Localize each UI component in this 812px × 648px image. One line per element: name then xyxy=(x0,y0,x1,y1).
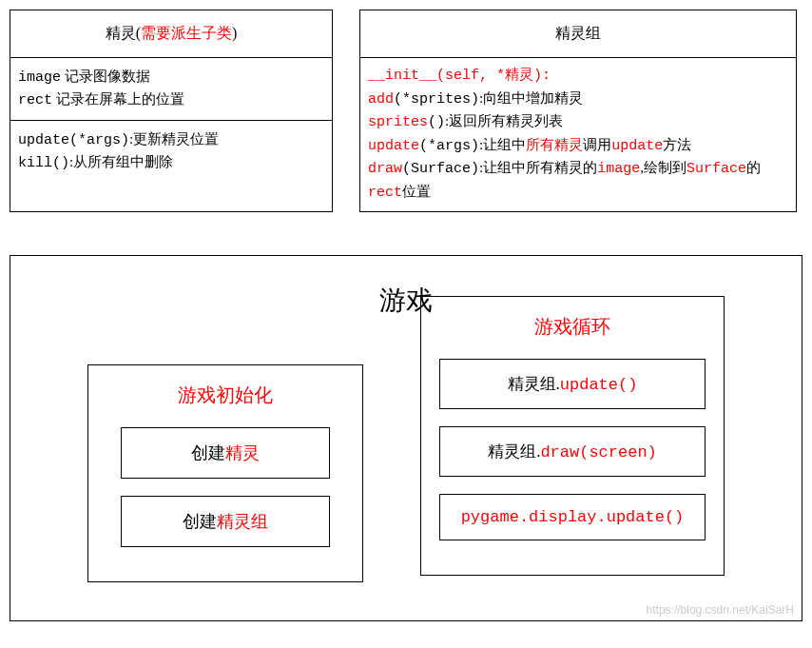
loop-item-draw: 精灵组.draw(screen) xyxy=(439,426,706,477)
group-update-t1: :让组中 xyxy=(479,137,526,152)
group-draw-t3: 的 xyxy=(746,160,761,175)
loop-item2-black: 精灵组. xyxy=(488,442,540,461)
group-draw-hl1: image xyxy=(597,161,640,177)
group-update-code: update xyxy=(368,138,419,154)
group-update-t3: 方法 xyxy=(663,137,691,152)
method-kill-text: :从所有组中删除 xyxy=(69,154,173,169)
group-update-args: (*args) xyxy=(419,138,479,154)
group-add-code: add xyxy=(368,91,394,108)
loop-item2-red: draw(screen) xyxy=(540,443,656,461)
method-update-code: update(*args) xyxy=(18,132,129,148)
attr-rect-text: 记录在屏幕上的位置 xyxy=(52,91,184,107)
group-title: 精灵组 xyxy=(360,10,796,58)
group-sprites-text: :返回所有精灵列表 xyxy=(445,113,563,128)
group-draw-args: (Surface) xyxy=(402,161,479,177)
attr-image-code: image xyxy=(18,69,61,86)
sprite-title-prefix: 精灵( xyxy=(106,25,141,41)
game-init-box: 游戏初始化 创建精灵 创建精灵组 xyxy=(87,364,363,582)
group-sprites-code: sprites xyxy=(368,114,428,130)
group-draw-t2: ,绘制到 xyxy=(640,160,686,175)
loop-item-display: pygame.display.update() xyxy=(439,494,706,540)
game-init-title: 游戏初始化 xyxy=(104,383,347,408)
method-update-text: :更新精灵位置 xyxy=(129,131,219,147)
group-update-t2: 调用 xyxy=(583,137,611,152)
method-kill-code: kill() xyxy=(18,155,69,171)
group-add-args: (*sprites) xyxy=(394,91,479,108)
group-add-text: :向组中增加精灵 xyxy=(479,90,583,106)
group-methods: __init__(self, *精灵): add(*sprites):向组中增加… xyxy=(360,58,796,211)
game-outer-box: 游戏 游戏初始化 创建精灵 创建精灵组 游戏循环 精灵组.update() 精灵… xyxy=(10,255,802,621)
sprite-title-suffix: ) xyxy=(232,25,237,41)
group-draw-t1: :让组中所有精灵的 xyxy=(479,160,597,175)
group-draw-code: draw xyxy=(368,161,402,177)
loop-item1-red: update() xyxy=(560,376,638,394)
attr-image-text: 记录图像数据 xyxy=(61,69,150,84)
attr-rect-code: rect xyxy=(18,92,52,108)
group-draw-hl2: Surface xyxy=(686,161,746,177)
game-loop-title: 游戏循环 xyxy=(436,314,708,340)
sprite-title-highlight: 需要派生子类 xyxy=(141,25,232,41)
init-item1-hl: 精灵 xyxy=(225,443,260,462)
sprite-class-box: 精灵(需要派生子类) image 记录图像数据 rect 记录在屏幕上的位置 u… xyxy=(10,10,333,212)
group-update-hl1: 所有精灵 xyxy=(526,137,583,152)
sprite-methods: update(*args):更新精灵位置 kill():从所有组中删除 xyxy=(10,120,332,183)
loop-item-update: 精灵组.update() xyxy=(439,359,706,409)
group-update-hl2: update xyxy=(611,138,663,154)
game-init-item-group: 创建精灵组 xyxy=(121,496,330,547)
game-init-item-sprite: 创建精灵 xyxy=(121,427,330,479)
init-item2-hl: 精灵组 xyxy=(217,512,268,531)
init-item1-prefix: 创建 xyxy=(191,443,225,462)
group-sprites-args: () xyxy=(428,114,445,130)
sprite-attrs: image 记录图像数据 rect 记录在屏幕上的位置 xyxy=(10,58,332,120)
init-item2-prefix: 创建 xyxy=(183,512,217,531)
watermark: https://blog.csdn.net/KaiSarH xyxy=(647,603,794,617)
loop-item1-black: 精灵组. xyxy=(508,375,560,393)
game-loop-box: 游戏循环 精灵组.update() 精灵组.draw(screen) pygam… xyxy=(420,296,725,576)
group-draw-hl3: rect xyxy=(368,185,402,201)
group-class-box: 精灵组 __init__(self, *精灵): add(*sprites):向… xyxy=(359,10,797,212)
group-init-line: __init__(self, *精灵): xyxy=(368,66,788,88)
sprite-title: 精灵(需要派生子类) xyxy=(10,10,332,58)
group-draw-t4: 位置 xyxy=(402,184,431,199)
